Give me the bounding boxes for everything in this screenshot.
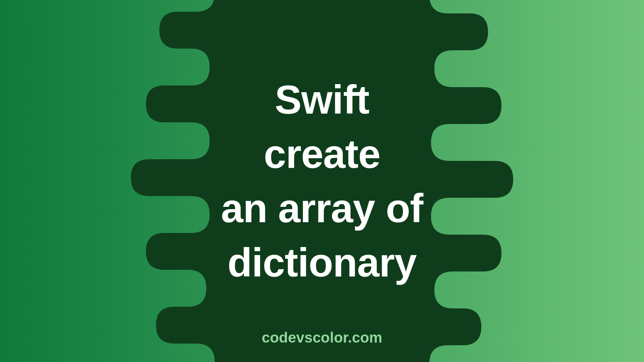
page-title: Swift create an array of dictionary [221, 72, 423, 290]
footer-site: codevscolor.com [0, 329, 644, 346]
main-content: Swift create an array of dictionary [0, 0, 644, 362]
